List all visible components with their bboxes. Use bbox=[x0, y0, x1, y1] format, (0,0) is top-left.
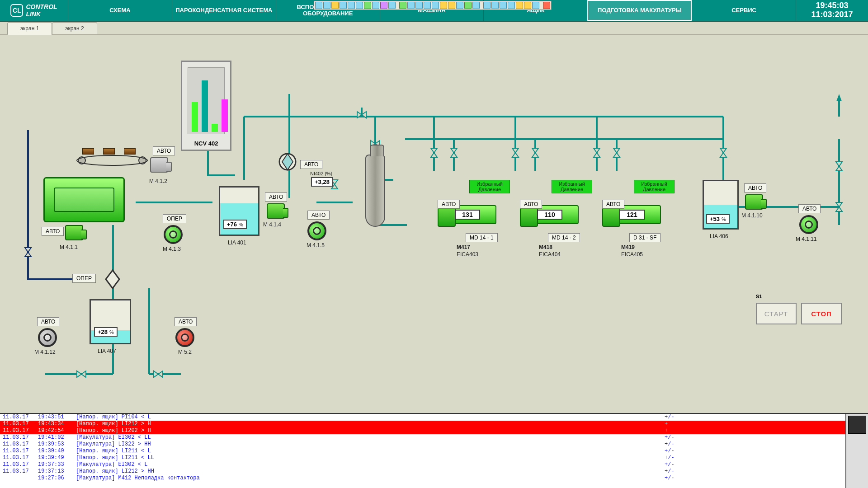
alarm-row[interactable]: 11.03.1719:42:54[Напор. ящик] LI202 > H+ bbox=[0, 427, 845, 434]
tab-screen-1[interactable]: экран 1 bbox=[7, 22, 52, 35]
pump-m413[interactable] bbox=[164, 225, 183, 244]
label-ni402: NI402 [%] bbox=[310, 171, 332, 176]
ind-m418: ИзбранныйДавление bbox=[552, 180, 592, 193]
label-m415: M 4.1.5 bbox=[307, 242, 325, 249]
label-lia407: LIA 407 bbox=[98, 348, 116, 354]
screen-tabs: экран 1 экран 2 bbox=[0, 22, 868, 35]
alarm-list[interactable]: 11.03.1719:43:51[Напор. ящик] PI104 < L+… bbox=[0, 414, 845, 488]
app-logo: CL CONTROLLINK bbox=[0, 0, 68, 21]
win-toolbar[interactable] bbox=[314, 1, 552, 10]
label-m413: M 4.1.3 bbox=[163, 246, 181, 252]
mode-m417[interactable]: АВТО bbox=[438, 200, 460, 209]
label-m4111: M 4.1.11 bbox=[796, 236, 817, 242]
label-lia406: LIA 406 bbox=[710, 233, 728, 239]
motor-m412[interactable] bbox=[150, 157, 168, 173]
clock: 19:45:03 11:03:2017 bbox=[796, 0, 868, 21]
clock-date: 11:03:2017 bbox=[811, 10, 853, 19]
nav-schema[interactable]: СХЕМА bbox=[68, 0, 172, 21]
alarm-panel: 11.03.1719:43:51[Напор. ящик] PI104 < L+… bbox=[0, 413, 868, 488]
alarm-row[interactable]: 11.03.1719:43:34[Напор. ящик] LI212 > H+ bbox=[0, 421, 845, 427]
sub-m418: EICA404 bbox=[539, 251, 561, 258]
alarm-row[interactable]: 11.03.1719:39:49[Напор. ящик] LI211 < LL… bbox=[0, 455, 845, 461]
pump-m52[interactable] bbox=[175, 328, 194, 347]
mode-oper-valve[interactable]: ОПЕР bbox=[72, 274, 96, 283]
belt-package-1 bbox=[82, 148, 94, 155]
mode-ni402[interactable]: АВТО bbox=[300, 160, 322, 169]
nav-service[interactable]: СЕРВИС bbox=[692, 0, 796, 21]
ncv402-title: NCV 402 bbox=[182, 140, 230, 147]
clock-time: 19:45:03 bbox=[816, 1, 848, 10]
label-m414: M 4.1.4 bbox=[263, 221, 281, 228]
mode-m412[interactable]: АВТО bbox=[153, 146, 175, 155]
label-m52: M 5.2 bbox=[178, 349, 192, 355]
mode-m414[interactable]: АВТО bbox=[265, 192, 287, 202]
alarm-scroll[interactable] bbox=[845, 414, 868, 488]
s1-stop-button[interactable]: СТОП bbox=[801, 303, 842, 324]
tag-m418: MD 14 - 2 bbox=[548, 233, 580, 242]
ind-m419: ИзбранныйДавление bbox=[634, 180, 675, 193]
belt-icon bbox=[76, 155, 148, 166]
scada-canvas: NCV 402 АВТО M 4.1.2 АВТО M 4.1.1 ОПЕР M… bbox=[0, 35, 868, 413]
tab-screen-2[interactable]: экран 2 bbox=[52, 22, 97, 34]
motor-m411[interactable] bbox=[65, 225, 83, 240]
label-m411: M 4.1.1 bbox=[60, 244, 78, 250]
tank-lia407[interactable] bbox=[90, 299, 131, 344]
tag-m417: MD 14 - 1 bbox=[466, 233, 498, 242]
ncv402-panel[interactable]: NCV 402 bbox=[181, 61, 231, 151]
valve-oper-icon[interactable] bbox=[101, 268, 124, 291]
alarm-row[interactable]: 19:27:06[Макулатура] M412 Неполадка конт… bbox=[0, 475, 845, 482]
motor-m414[interactable] bbox=[267, 203, 285, 219]
mode-m4112[interactable]: АВТО bbox=[37, 317, 59, 326]
svg-point-1 bbox=[77, 155, 147, 165]
label-m4110: M 4.1.10 bbox=[741, 212, 763, 219]
pump-m415[interactable] bbox=[307, 221, 326, 240]
s1-controls: СТАРТ СТОП bbox=[756, 303, 842, 324]
val-lia406: +53% bbox=[706, 214, 730, 224]
mode-m411[interactable]: АВТО bbox=[42, 227, 64, 236]
id-m419: M419 bbox=[621, 244, 635, 250]
val-lia407: +28% bbox=[94, 327, 118, 337]
alarm-row[interactable]: 11.03.1719:39:49[Напор. ящик] LI211 < L+… bbox=[0, 448, 845, 455]
mode-m418[interactable]: АВТО bbox=[520, 200, 542, 209]
alarm-row[interactable]: 11.03.1719:39:53[Макулатура] LI322 > HH+… bbox=[0, 441, 845, 448]
belt-package-2 bbox=[103, 148, 115, 155]
label-lia401: LIA 401 bbox=[228, 239, 246, 246]
sub-m417: EICA403 bbox=[457, 251, 478, 258]
alarm-row[interactable]: 11.03.1719:41:02[Макулатура] EI302 < LL+… bbox=[0, 434, 845, 441]
label-m4112: M 4.1.12 bbox=[34, 349, 56, 355]
mode-m415[interactable]: АВТО bbox=[307, 211, 330, 220]
mode-m4111[interactable]: АВТО bbox=[798, 204, 821, 213]
nav-steam-system[interactable]: ПАРОКОНДЕНСАТНАЯ СИСТЕМА bbox=[172, 0, 276, 21]
s1-label: S1 bbox=[756, 294, 762, 299]
s1-start-button[interactable]: СТАРТ bbox=[756, 303, 797, 324]
alarm-row[interactable]: 11.03.1719:37:33[Макулатура] EI302 < L+/… bbox=[0, 461, 845, 468]
id-m417: M417 bbox=[457, 244, 470, 250]
shredder[interactable] bbox=[43, 177, 125, 222]
belt-package-3 bbox=[124, 148, 136, 155]
alarm-ack-icon[interactable] bbox=[848, 416, 866, 434]
ind-m417: ИзбранныйДавление bbox=[469, 180, 510, 193]
sub-m419: EICA405 bbox=[621, 251, 643, 258]
label-m412: M 4.1.2 bbox=[149, 178, 167, 184]
mode-m413[interactable]: ОПЕР bbox=[163, 214, 186, 223]
separator-column[interactable] bbox=[365, 155, 385, 227]
tag-m419: D 31 - SF bbox=[629, 233, 660, 242]
logo-icon: CL bbox=[10, 4, 23, 17]
motor-m4110[interactable] bbox=[745, 194, 763, 210]
mode-m419[interactable]: АВТО bbox=[602, 200, 624, 209]
mode-m52[interactable]: АВТО bbox=[175, 317, 197, 326]
val-ni402: +3,28 bbox=[311, 177, 333, 187]
pump-m4111[interactable] bbox=[799, 215, 818, 234]
mode-m4110[interactable]: АВТО bbox=[744, 183, 766, 192]
id-m418: M418 bbox=[539, 244, 552, 250]
val-lia401: +76% bbox=[223, 220, 247, 229]
alarm-row[interactable]: 11.03.1719:43:51[Напор. ящик] PI104 < L+… bbox=[0, 414, 845, 421]
nav-wastepaper-prep[interactable]: ПОДГОТОВКА МАКУЛАТУРЫ bbox=[587, 0, 692, 21]
pump-m4112[interactable] bbox=[38, 328, 57, 347]
svg-marker-0 bbox=[836, 94, 842, 101]
alarm-row[interactable]: 11.03.1719:37:13[Напор. ящик] LI212 > HH… bbox=[0, 468, 845, 475]
